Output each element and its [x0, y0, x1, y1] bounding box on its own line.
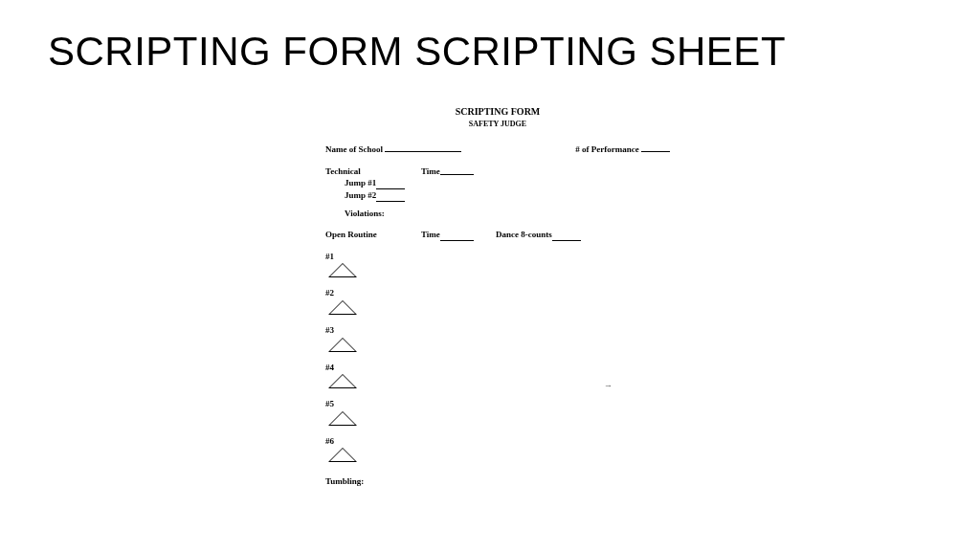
time-blank-2 — [440, 231, 474, 241]
jump2-blank — [376, 192, 405, 202]
triangle-icon — [328, 374, 357, 388]
triangle-icon — [328, 300, 357, 315]
stunt-2: #2 — [325, 287, 670, 315]
time-label-1: Time — [421, 165, 440, 178]
technical-block: Technical Time Jump #1 Jump #2 Violation… — [325, 165, 670, 219]
form-document: SCRIPTING FORM SAFETY JUDGE Name of Scho… — [325, 105, 670, 488]
stunt-6-label: #6 — [325, 435, 670, 448]
stunt-5-label: #5 — [325, 398, 670, 410]
technical-header: Technical Time — [325, 165, 670, 178]
doc-title: SCRIPTING FORM — [325, 105, 670, 119]
triangle-icon — [328, 411, 357, 426]
stunt-1: #1 — [325, 251, 670, 278]
stunt-4: #4 — [325, 362, 670, 389]
stunt-6: #6 — [325, 435, 670, 463]
page-arrow-icon: → — [604, 380, 612, 392]
time-label-2: Time — [421, 229, 440, 241]
jump1-label: Jump #1 — [345, 177, 376, 189]
time-blank-1 — [440, 165, 474, 175]
school-label: Name of School — [325, 144, 383, 154]
open-routine-label: Open Routine — [325, 229, 421, 241]
stunt-3: #3 — [325, 324, 670, 352]
jump1-field: Jump #1 — [345, 177, 670, 189]
time-field-2: Time — [421, 229, 496, 241]
triangle-icon — [328, 448, 357, 462]
triangle-icon — [328, 338, 357, 352]
perf-blank — [641, 143, 670, 152]
dance8-blank — [552, 231, 581, 241]
perf-field: # of Performance — [575, 143, 670, 156]
violations-label: Violations: — [345, 208, 670, 220]
school-field: Name of School — [325, 143, 461, 156]
slide-title: SCRIPTING FORM SCRIPTING SHEET — [48, 29, 786, 75]
stunt-3-label: #3 — [325, 324, 670, 337]
triangle-icon — [328, 263, 357, 277]
dance8-label: Dance 8-counts — [496, 229, 552, 241]
doc-header: SCRIPTING FORM SAFETY JUDGE — [325, 105, 670, 129]
open-routine-row: Open Routine Time Dance 8-counts — [325, 229, 670, 241]
stunt-1-label: #1 — [325, 251, 670, 263]
jump2-label: Jump #2 — [345, 189, 376, 202]
stunt-5: #5 — [325, 398, 670, 426]
doc-subtitle: SAFETY JUDGE — [325, 119, 670, 129]
tumbling-label: Tumbling: — [325, 475, 670, 488]
perf-label: # of Performance — [575, 144, 638, 154]
school-blank — [385, 143, 461, 152]
stunt-2-label: #2 — [325, 287, 670, 299]
jump2-field: Jump #2 — [345, 189, 670, 202]
stunt-4-label: #4 — [325, 362, 670, 374]
jump1-blank — [376, 180, 405, 189]
technical-label: Technical — [325, 165, 421, 178]
row-school-perf: Name of School # of Performance — [325, 143, 670, 156]
dance8-field: Dance 8-counts — [496, 229, 581, 241]
